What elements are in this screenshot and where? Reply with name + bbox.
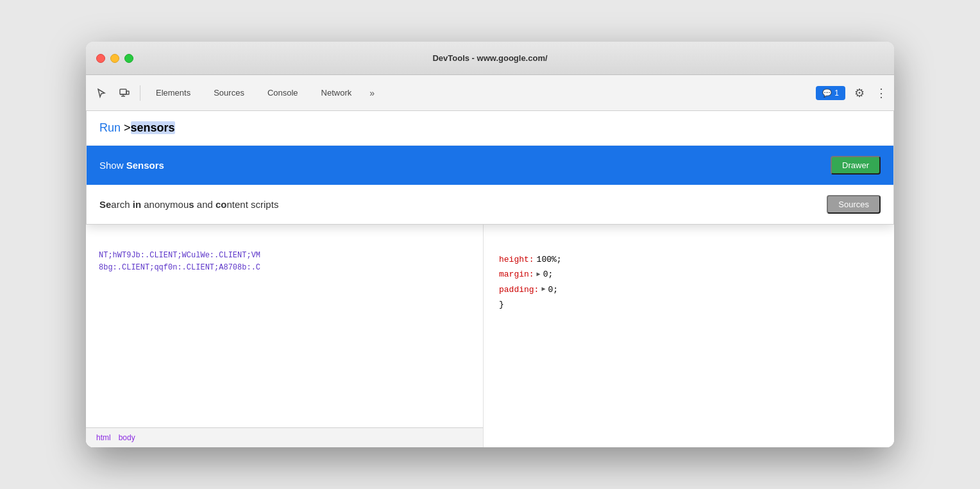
more-tabs-button[interactable]: » [364, 85, 380, 101]
code-line-2: 8bg:.CLIENT;qqf0n:.CLIENT;A8708b:.C [99, 262, 470, 274]
breadcrumb-body[interactable]: body [119, 433, 135, 442]
messages-badge-button[interactable]: 💬 1 [816, 86, 845, 100]
ellipsis-icon: ⋮ [875, 86, 887, 100]
main-content: Run >sensors Show Sensors Drawer Search … [86, 111, 894, 447]
traffic-lights [96, 54, 133, 63]
tab-console[interactable]: Console [257, 84, 308, 101]
css-value-padding: 0; [548, 282, 558, 297]
css-value-height: 100%; [537, 252, 562, 267]
code-area: NT;hWT9Jb:.CLIENT;WCulWe:.CLIENT;VM 8bg:… [86, 239, 483, 427]
css-prop-height: height: [499, 252, 534, 267]
breadcrumb-bar: html body [86, 427, 483, 447]
result-show-sensors-text: Show Sensors [99, 160, 831, 171]
css-rule-padding: padding: ▶ 0; [499, 282, 879, 297]
badge-count: 1 [834, 89, 839, 98]
message-icon: 💬 [822, 89, 832, 98]
devtools-container: Elements Sources Console Network » 💬 1 ⚙ [86, 75, 894, 447]
title-bar: DevTools - www.google.com/ [86, 42, 894, 75]
tab-sources[interactable]: Sources [203, 84, 255, 101]
settings-button[interactable]: ⚙ [849, 83, 870, 103]
css-closing-brace: } [499, 297, 879, 312]
cursor-icon[interactable] [91, 83, 112, 103]
window-title: DevTools - www.google.com/ [432, 53, 547, 63]
css-prop-padding: padding: [499, 282, 539, 297]
result-show-sensors[interactable]: Show Sensors Drawer [87, 146, 893, 185]
overflow-menu-button[interactable]: ⋮ [874, 83, 889, 103]
result-search-text: Search in anonymous and content scripts [99, 199, 827, 210]
toolbar-right: 💬 1 ⚙ ⋮ [816, 83, 889, 103]
breadcrumb-html[interactable]: html [96, 433, 111, 442]
sources-badge-button[interactable]: Sources [827, 195, 881, 214]
gear-icon: ⚙ [854, 86, 865, 100]
command-palette: Run >sensors Show Sensors Drawer Search … [86, 111, 894, 225]
minimize-button[interactable] [110, 54, 119, 63]
css-prop-margin: margin: [499, 267, 534, 282]
command-input-row[interactable]: Run >sensors [87, 111, 893, 146]
result-search-scripts[interactable]: Search in anonymous and content scripts … [87, 185, 893, 224]
command-highlight: sensors [131, 121, 175, 134]
css-rule-height: height: 100%; [499, 252, 879, 267]
right-panel: height: 100%; margin: ▶ 0; padding: ▶ 0;… [484, 239, 894, 447]
devtools-window: DevTools - www.google.com/ [86, 42, 894, 447]
svg-rect-0 [120, 89, 126, 94]
separator [140, 85, 140, 101]
close-button[interactable] [96, 54, 105, 63]
css-value-margin: 0; [543, 267, 553, 282]
run-label: Run [99, 121, 121, 134]
margin-triangle-icon[interactable]: ▶ [537, 269, 541, 280]
tab-elements[interactable]: Elements [146, 84, 201, 101]
command-prefix: > [124, 121, 131, 134]
device-icon[interactable] [114, 83, 135, 103]
sensors-highlight: Sensors [126, 160, 164, 171]
tab-network[interactable]: Network [311, 84, 362, 101]
drawer-badge-button[interactable]: Drawer [831, 156, 881, 175]
padding-triangle-icon[interactable]: ▶ [541, 284, 545, 295]
css-rule-margin: margin: ▶ 0; [499, 267, 879, 282]
svg-rect-1 [126, 91, 129, 94]
code-line-1: NT;hWT9Jb:.CLIENT;WCulWe:.CLIENT;VM [99, 250, 470, 262]
toolbar: Elements Sources Console Network » 💬 1 ⚙ [86, 75, 894, 111]
command-text: sensors [131, 121, 175, 134]
maximize-button[interactable] [124, 54, 133, 63]
